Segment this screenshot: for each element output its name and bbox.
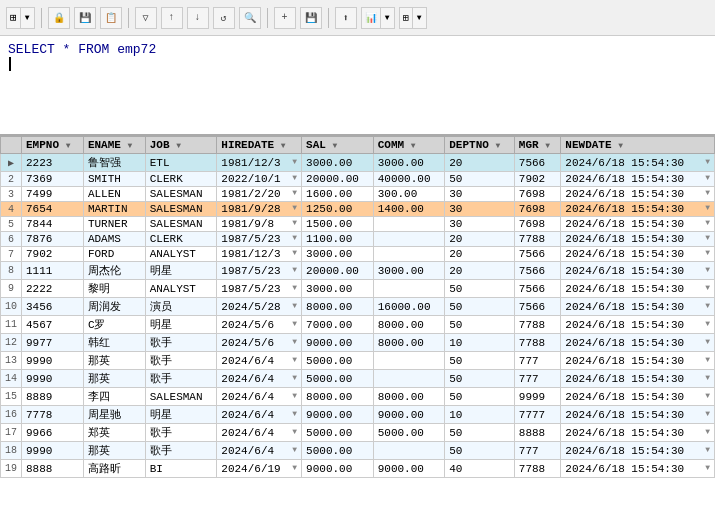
cell-newdate: 2024/6/18 15:54:30▼ [561,262,715,280]
row-indicator: ▶ [1,154,22,172]
cell-newdate: 2024/6/18 15:54:30▼ [561,298,715,316]
row-indicator: 19 [1,460,22,478]
column-header-row: EMPNO ▼ ENAME ▼ JOB ▼ HIREDATE ▼ SAL ▼ C… [1,137,715,154]
search-btn[interactable]: 🔍 [239,7,261,29]
delete-row-btn[interactable]: 💾 [300,7,322,29]
table-row[interactable]: 167778周星驰明星2024/6/4▼9000.009000.00107777… [1,406,715,424]
cell-sal: 8000.00 [302,298,374,316]
cell-comm: 16000.00 [373,298,445,316]
cell-comm: 5000.00 [373,424,445,442]
cell-deptno: 50 [445,442,515,460]
sort-asc-btn[interactable]: ↑ [161,7,183,29]
cell-empno: 7499 [22,187,84,202]
col-ename[interactable]: ENAME ▼ [83,137,145,154]
layout-dropdown[interactable]: ⊞ ▼ [399,7,427,29]
cell-deptno: 50 [445,352,515,370]
chart-dropdown-arrow[interactable]: ▼ [380,7,394,29]
cell-comm [373,352,445,370]
table-row[interactable]: 67876ADAMSCLERK1987/5/23▼1100.0020778820… [1,232,715,247]
cell-job: ETL [145,154,217,172]
col-empno[interactable]: EMPNO ▼ [22,137,84,154]
cell-comm: 9000.00 [373,460,445,478]
cell-mgr: 7566 [514,262,561,280]
cell-ename: 那英 [83,352,145,370]
layout-dropdown-arrow[interactable]: ▼ [412,7,426,29]
cell-deptno: 30 [445,187,515,202]
cell-sal: 1600.00 [302,187,374,202]
cell-empno: 9990 [22,370,84,388]
col-mgr[interactable]: MGR ▼ [514,137,561,154]
filter-btn[interactable]: ▽ [135,7,157,29]
row-indicator: 9 [1,280,22,298]
cell-sal: 7000.00 [302,316,374,334]
sort-desc-btn[interactable]: ↓ [187,7,209,29]
results-area[interactable]: EMPNO ▼ ENAME ▼ JOB ▼ HIREDATE ▼ SAL ▼ C… [0,136,715,518]
query-editor[interactable]: SELECT * FROM emp72 [0,36,715,136]
cell-job: CLERK [145,232,217,247]
cell-deptno: 30 [445,217,515,232]
cell-newdate: 2024/6/18 15:54:30▼ [561,217,715,232]
table-row[interactable]: 129977韩红歌手2024/5/6▼9000.008000.001077882… [1,334,715,352]
table-row[interactable]: 139990那英歌手2024/6/4▼5000.00507772024/6/18… [1,352,715,370]
cell-ename: 周润发 [83,298,145,316]
cell-newdate: 2024/6/18 15:54:30▼ [561,232,715,247]
export-btn[interactable]: ⬆ [335,7,357,29]
row-indicator: 13 [1,352,22,370]
col-hiredate[interactable]: HIREDATE ▼ [217,137,302,154]
cell-hiredate: 2024/6/19▼ [217,460,302,478]
cell-sal: 3000.00 [302,154,374,172]
cell-ename: 那英 [83,370,145,388]
cell-job: SALESMAN [145,388,217,406]
table-row[interactable]: 179966郑英歌手2024/6/4▼5000.005000.005088882… [1,424,715,442]
cell-sal: 5000.00 [302,424,374,442]
table-row[interactable]: 27369SMITHCLERK2022/10/1▼20000.0040000.0… [1,172,715,187]
table-row[interactable]: 114567C罗明星2024/5/6▼7000.008000.005077882… [1,316,715,334]
col-deptno[interactable]: DEPTNO ▼ [445,137,515,154]
table-row[interactable]: 189990那英歌手2024/6/4▼5000.00507772024/6/18… [1,442,715,460]
cell-ename: TURNER [83,217,145,232]
col-job[interactable]: JOB ▼ [145,137,217,154]
table-row[interactable]: 47654MARTINSALESMAN1981/9/28▼1250.001400… [1,202,715,217]
table-row[interactable]: 81111周杰伦明星1987/5/23▼20000.003000.0020756… [1,262,715,280]
cell-ename: FORD [83,247,145,262]
add-row-btn[interactable]: + [274,7,296,29]
grid-toggle-btn[interactable]: ⊞ ▼ [6,7,35,29]
cell-ename: SMITH [83,172,145,187]
lock-btn[interactable]: 🔒 [48,7,70,29]
row-indicator: 7 [1,247,22,262]
cell-comm: 300.00 [373,187,445,202]
cell-mgr: 7788 [514,232,561,247]
cell-hiredate: 2024/5/28▼ [217,298,302,316]
table-row[interactable]: 37499ALLENSALESMAN1981/2/20▼1600.00300.0… [1,187,715,202]
table-row[interactable]: 57844TURNERSALESMAN1981/9/8▼1500.0030769… [1,217,715,232]
cell-empno: 9990 [22,442,84,460]
cell-deptno: 50 [445,370,515,388]
cell-mgr: 7788 [514,316,561,334]
table-row[interactable]: 158889李四SALESMAN2024/6/4▼8000.008000.005… [1,388,715,406]
copy-btn[interactable]: 📋 [100,7,122,29]
cell-sal: 1250.00 [302,202,374,217]
col-newdate[interactable]: NEWDATE ▼ [561,137,715,154]
row-indicator: 3 [1,187,22,202]
cell-comm: 8000.00 [373,334,445,352]
cell-empno: 9990 [22,352,84,370]
cell-job: 明星 [145,316,217,334]
grid-dropdown-arrow[interactable]: ▼ [20,7,34,29]
save-btn[interactable]: 💾 [74,7,96,29]
table-row[interactable]: 149990那英歌手2024/6/4▼5000.00507772024/6/18… [1,370,715,388]
chart-dropdown[interactable]: 📊 ▼ [361,7,395,29]
table-row[interactable]: 198888高路昕BI2024/6/19▼9000.009000.0040778… [1,460,715,478]
cell-job: 演员 [145,298,217,316]
table-row[interactable]: 77902FORDANALYST1981/12/3▼3000.002075662… [1,247,715,262]
table-row[interactable]: ▶2223鲁智强ETL1981/12/3▼3000.003000.0020756… [1,154,715,172]
col-comm[interactable]: COMM ▼ [373,137,445,154]
table-row[interactable]: 103456周润发演员2024/5/28▼8000.0016000.005075… [1,298,715,316]
cell-comm [373,217,445,232]
cell-hiredate: 2024/6/4▼ [217,442,302,460]
table-row[interactable]: 92222黎明ANALYST1987/5/23▼3000.00507566202… [1,280,715,298]
refresh-btn[interactable]: ↺ [213,7,235,29]
col-sal[interactable]: SAL ▼ [302,137,374,154]
cell-hiredate: 1981/12/3▼ [217,154,302,172]
cell-sal: 8000.00 [302,388,374,406]
cell-newdate: 2024/6/18 15:54:30▼ [561,187,715,202]
